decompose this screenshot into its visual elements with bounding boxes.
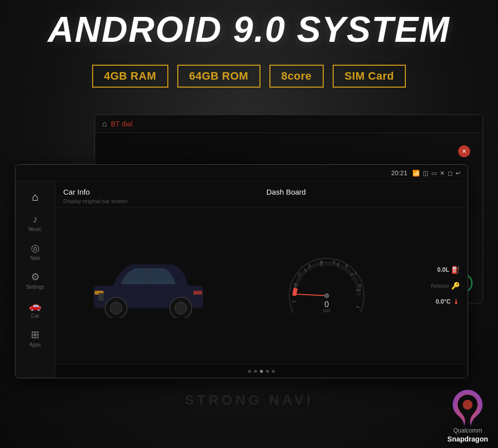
- svg-line-26: [292, 301, 296, 302]
- svg-text:7: 7: [354, 272, 357, 277]
- specs-row: 4GB RAM 64GB ROM 8core SIM Card: [0, 65, 498, 88]
- sidebar-item-settings[interactable]: ⚙ Settings: [15, 267, 55, 294]
- dot-3: [260, 370, 263, 373]
- screen-bottom-dots: [55, 364, 468, 378]
- car-display: [63, 212, 234, 360]
- apps-icon: ⊞: [31, 329, 39, 340]
- qualcomm-badge: Qualcomm Snapdragon: [447, 387, 488, 443]
- page-title: ANDROID 9.0 SYSTEM: [0, 9, 498, 50]
- content-main: 1 2 3 4 5 6 7 8: [55, 208, 468, 364]
- temp-icon: 🌡: [453, 298, 460, 306]
- gauge-display: 1 2 3 4 5 6 7 8: [242, 212, 412, 360]
- navi-label: Navi: [30, 255, 40, 261]
- svg-text:8: 8: [359, 283, 361, 288]
- bt-dial-label: BT dial: [111, 120, 132, 128]
- wifi-icon: 📶: [412, 170, 420, 177]
- release-label: Release: [431, 283, 449, 289]
- key-icon: 🔑: [451, 282, 460, 290]
- sidebar-item-car[interactable]: 🚗 Car: [15, 296, 55, 323]
- car-image: [84, 253, 213, 318]
- gauge-svg: 1 2 3 4 5 6 7 8: [284, 253, 369, 313]
- svg-line-33: [356, 307, 360, 308]
- bt-home-icon: ⌂: [102, 119, 107, 128]
- svg-rect-23: [99, 293, 104, 301]
- svg-point-43: [324, 293, 329, 298]
- spec-rom: 64GB ROM: [177, 65, 260, 88]
- car-icon: 🚗: [29, 300, 41, 312]
- car-info-title: Car Info: [63, 188, 256, 196]
- music-label: Music: [28, 226, 41, 232]
- dash-section: Dash Board: [266, 188, 460, 204]
- main-content-area: ⌂ ♪ Music ◎ Navi ⚙ Settings 🚗 Car: [15, 182, 468, 378]
- home-icon: ⌂: [32, 191, 38, 204]
- snapdragon-text: Snapdragon: [447, 435, 488, 443]
- sidebar: ⌂ ♪ Music ◎ Navi ⚙ Settings 🚗 Car: [15, 182, 55, 378]
- sidebar-item-home[interactable]: ⌂: [15, 187, 55, 208]
- settings-icon: ⚙: [31, 271, 40, 283]
- stat-release: Release 🔑: [420, 282, 460, 290]
- svg-point-18: [110, 302, 122, 314]
- gauge-wrap: 1 2 3 4 5 6 7 8: [284, 253, 369, 318]
- decline-button[interactable]: ✕: [458, 145, 470, 157]
- status-time: 20:21: [391, 169, 407, 177]
- close-icon: ✕: [440, 170, 445, 177]
- dot-4: [266, 370, 269, 373]
- status-icons: 📶 ◫ ▭ ✕ ◻ ↩: [412, 170, 461, 177]
- dot-5: [272, 370, 275, 373]
- signal-icon: ◫: [423, 170, 428, 177]
- svg-point-20: [175, 302, 187, 314]
- content-top-bar: Car Info Display original car screen Das…: [55, 182, 468, 208]
- car-info-subtitle: Display original car screen: [63, 198, 256, 204]
- back-icon: ↩: [456, 170, 461, 177]
- battery-icon: ▭: [431, 170, 437, 177]
- apps-label: Apps: [29, 342, 41, 347]
- svg-text:0: 0: [325, 300, 329, 309]
- main-screen: 20:21 📶 ◫ ▭ ✕ ◻ ↩ ⌂ ♪ Music: [15, 164, 468, 378]
- svg-rect-22: [193, 291, 202, 295]
- settings-label: Settings: [26, 284, 44, 290]
- qualcomm-text: Qualcomm: [453, 427, 482, 435]
- navi-icon: ◎: [31, 242, 39, 254]
- svg-point-46: [463, 400, 473, 410]
- expand-icon: ◻: [448, 170, 453, 177]
- car-info-section: Car Info Display original car screen: [63, 188, 256, 204]
- fuel-icon: ⛽: [451, 266, 460, 274]
- spec-core: 8core: [269, 65, 324, 88]
- spec-sim: SIM Card: [333, 65, 406, 88]
- car-label: Car: [31, 313, 39, 319]
- sidebar-item-music[interactable]: ♪ Music: [15, 210, 55, 236]
- stat-temp: 0.0°C 🌡: [420, 298, 460, 306]
- fuel-value: 0.0L: [437, 266, 449, 273]
- sidebar-item-navi[interactable]: ◎ Navi: [15, 238, 55, 265]
- music-icon: ♪: [33, 214, 38, 225]
- screens-area: ⌂ BT dial 7 8 9 6 5: [15, 100, 483, 433]
- svg-text:1: 1: [294, 283, 296, 288]
- temp-value: 0.0°C: [436, 298, 451, 305]
- spec-ram: 4GB RAM: [92, 65, 168, 88]
- svg-text:5: 5: [333, 259, 335, 264]
- stats-panel: 0.0L ⛽ Release 🔑 0.0°C: [420, 212, 460, 360]
- content-area: Car Info Display original car screen Das…: [55, 182, 468, 378]
- svg-text:3: 3: [308, 263, 310, 268]
- stat-fuel: 0.0L ⛽: [420, 266, 460, 274]
- svg-line-42: [296, 294, 327, 296]
- snapdragon-icon: [448, 387, 488, 427]
- dash-title: Dash Board: [266, 188, 460, 196]
- sidebar-item-apps[interactable]: ⊞ Apps: [15, 325, 55, 351]
- svg-text:2: 2: [298, 272, 300, 277]
- dot-1: [248, 370, 251, 373]
- status-bar: 20:21 📶 ◫ ▭ ✕ ◻ ↩: [15, 165, 468, 182]
- svg-text:rpm: rpm: [323, 308, 331, 313]
- svg-text:6: 6: [345, 263, 348, 268]
- dot-2: [254, 370, 257, 373]
- svg-text:4: 4: [320, 259, 323, 264]
